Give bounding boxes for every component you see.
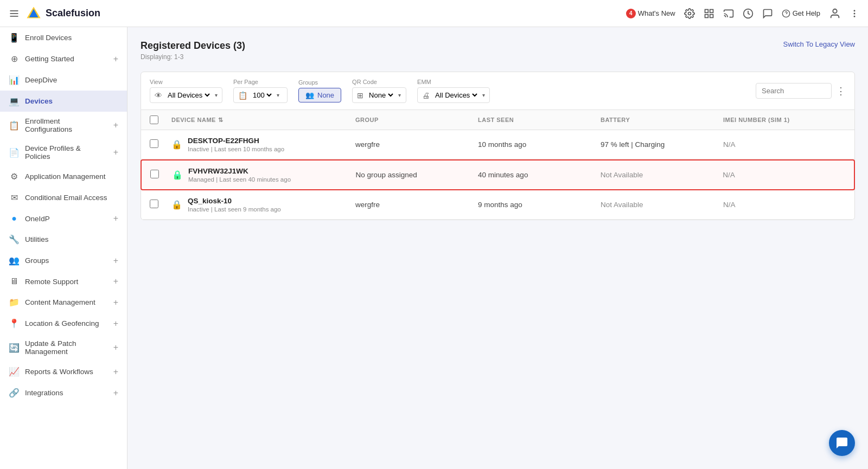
user-avatar-icon[interactable] — [829, 8, 841, 20]
location-geofencing-icon: 📍 — [9, 318, 20, 329]
reports-workflows-icon: 📈 — [9, 367, 20, 377]
qr-code-filter-select[interactable]: ⊞ None ▾ — [352, 87, 406, 103]
sidebar-item-label: Conditional Email Access — [25, 194, 118, 202]
table-row[interactable]: 🔒 QS_kiosk-10 Inactive | Last seen 9 mon… — [141, 190, 854, 220]
chat-fab-button[interactable] — [829, 430, 855, 456]
more-options-icon[interactable]: ⋮ — [836, 85, 846, 97]
emm-filter-group: EMM 🖨 All Devices ▾ — [417, 79, 490, 103]
sidebar-item-devices[interactable]: 💻 Devices — [0, 91, 127, 112]
sidebar-item-location-geofencing[interactable]: 📍 Location & Geofencing + — [0, 313, 127, 334]
sidebar-item-utilities[interactable]: 🔧 Utilities — [0, 229, 127, 250]
sidebar-item-deepdive[interactable]: 📊 DeepDive — [0, 69, 127, 91]
settings-icon[interactable] — [684, 8, 695, 19]
more-options-icon[interactable] — [850, 9, 859, 18]
application-management-icon: ⚙ — [9, 171, 20, 182]
table-row[interactable]: 🔒 DESKTOP-E22FHGH Inactive | Last seen 1… — [141, 130, 854, 159]
groups-value: None — [317, 91, 334, 99]
select-all-checkbox[interactable] — [150, 115, 158, 124]
emm-filter-select[interactable]: 🖨 All Devices ▾ — [417, 87, 490, 103]
top-navigation: Scalefusion 4 What's New Get Help — [0, 0, 868, 27]
view-filter-dropdown[interactable]: All Devices — [165, 91, 212, 100]
devices-table: DEVICE NAME ⇅ GROUP LAST SEEN BATTERY IM… — [141, 110, 855, 220]
clock-icon[interactable] — [743, 8, 754, 19]
per-page-filter-select[interactable]: 📋 100 50 25 ▾ — [233, 87, 288, 103]
remote-support-icon: 🖥 — [9, 277, 20, 286]
device-name-cell: 🔒 FVHVRW32J1WK Managed | Last seen 40 mi… — [172, 167, 355, 183]
expand-icon: + — [113, 256, 118, 266]
expand-icon: + — [113, 343, 118, 352]
sidebar-item-update-patch-management[interactable]: 🔄 Update & Patch Management + — [0, 334, 127, 361]
view-filter-select[interactable]: 👁 All Devices ▾ — [150, 87, 222, 103]
device-name-text: QS_kiosk-10 — [188, 197, 281, 205]
sidebar-item-remote-support[interactable]: 🖥 Remote Support + — [0, 271, 127, 292]
grid-icon[interactable] — [704, 8, 714, 19]
expand-icon: + — [113, 298, 118, 307]
sidebar-item-label: Devices — [25, 97, 118, 105]
page-header-left: Registered Devices (3) Displaying: 1-3 — [141, 40, 245, 61]
sidebar-item-label: Enrollment Configurations — [25, 117, 108, 133]
sidebar-item-integrations[interactable]: 🔗 Integrations + — [0, 382, 127, 403]
search-input[interactable] — [756, 83, 832, 99]
message-icon[interactable] — [762, 8, 773, 19]
table-row[interactable]: 🔒 FVHVRW32J1WK Managed | Last seen 40 mi… — [141, 159, 855, 190]
sidebar-item-groups[interactable]: 👥 Groups + — [0, 250, 127, 271]
row-checkbox[interactable] — [150, 170, 159, 178]
device-status-text: Managed | Last seen 40 minutes ago — [188, 176, 291, 183]
row-checkbox[interactable] — [150, 200, 158, 208]
sidebar-item-conditional-email-access[interactable]: ✉ Conditional Email Access — [0, 187, 127, 208]
sidebar-item-enroll-devices[interactable]: 📱 Enroll Devices — [0, 27, 127, 48]
sidebar-item-application-management[interactable]: ⚙ Application Management — [0, 166, 127, 187]
expand-icon: + — [113, 147, 118, 157]
imei-cell: N/A — [723, 140, 846, 149]
update-patch-icon: 🔄 — [9, 343, 20, 353]
imei-cell: N/A — [723, 201, 846, 209]
eye-icon: 👁 — [155, 91, 162, 100]
get-help-button[interactable]: Get Help — [782, 9, 820, 18]
sidebar-item-label: Location & Geofencing — [25, 319, 108, 327]
sidebar-item-label: Getting Started — [25, 55, 108, 63]
emm-dropdown[interactable]: All Devices — [433, 91, 479, 100]
filters-bar: View 👁 All Devices ▾ Per Page 📋 100 50 2… — [141, 72, 855, 110]
oneidp-icon: ● — [9, 214, 20, 223]
main-content: Registered Devices (3) Displaying: 1-3 S… — [127, 27, 868, 469]
topnav-left: Scalefusion — [9, 6, 100, 21]
page-icon: 📋 — [238, 91, 247, 100]
groups-filter-button[interactable]: 👥 None — [298, 88, 341, 102]
switch-legacy-view-link[interactable]: Switch To Legacy View — [783, 40, 855, 48]
sidebar-item-oneidp[interactable]: ● OneIdP + — [0, 208, 127, 229]
svg-point-5 — [688, 12, 691, 15]
svg-point-16 — [854, 13, 855, 14]
app-name: Scalefusion — [46, 8, 100, 19]
sidebar-item-content-management[interactable]: 📁 Content Management + — [0, 292, 127, 313]
cast-icon[interactable] — [723, 8, 734, 19]
content-management-icon: 📁 — [9, 297, 20, 307]
sidebar: 📱 Enroll Devices ⊕ Getting Started + 📊 D… — [0, 27, 127, 469]
hamburger-menu-icon[interactable] — [9, 8, 20, 19]
sidebar-item-label: Integrations — [25, 389, 108, 397]
whats-new-button[interactable]: 4 What's New — [626, 9, 675, 18]
device-name-text: DESKTOP-E22FHGH — [188, 137, 284, 145]
svg-rect-6 — [705, 9, 708, 12]
sidebar-item-device-profiles-policies[interactable]: 📄 Device Profiles & Policies + — [0, 139, 127, 166]
device-name-column-label: DEVICE NAME — [171, 117, 216, 123]
page-header: Registered Devices (3) Displaying: 1-3 S… — [141, 40, 855, 61]
sidebar-item-enrollment-configurations[interactable]: 📋 Enrollment Configurations + — [0, 112, 127, 139]
device-name-info: FVHVRW32J1WK Managed | Last seen 40 minu… — [188, 167, 291, 183]
row-checkbox-cell — [150, 139, 171, 150]
imei-column-label: IMEI NUMBER (SIM 1) — [723, 117, 790, 123]
row-checkbox[interactable] — [150, 139, 158, 148]
groups-filter-label: Groups — [298, 79, 341, 86]
qr-code-dropdown[interactable]: None — [367, 91, 395, 100]
lock-icon: 🔒 — [172, 170, 183, 180]
device-name-cell: 🔒 QS_kiosk-10 Inactive | Last seen 9 mon… — [171, 197, 355, 213]
sidebar-item-getting-started[interactable]: ⊕ Getting Started + — [0, 48, 127, 69]
battery-cell: 97 % left | Charging — [601, 140, 723, 149]
per-page-dropdown[interactable]: 100 50 25 — [251, 91, 273, 100]
sort-icon[interactable]: ⇅ — [218, 117, 224, 124]
device-status-text: Inactive | Last seen 10 months ago — [188, 146, 284, 152]
sidebar-item-reports-workflows[interactable]: 📈 Reports & Workflows + — [0, 361, 127, 382]
sidebar-item-label: Application Management — [25, 172, 118, 181]
th-group: GROUP — [355, 115, 478, 124]
sidebar-item-label: Update & Patch Management — [25, 339, 108, 356]
whats-new-label: What's New — [638, 9, 675, 17]
